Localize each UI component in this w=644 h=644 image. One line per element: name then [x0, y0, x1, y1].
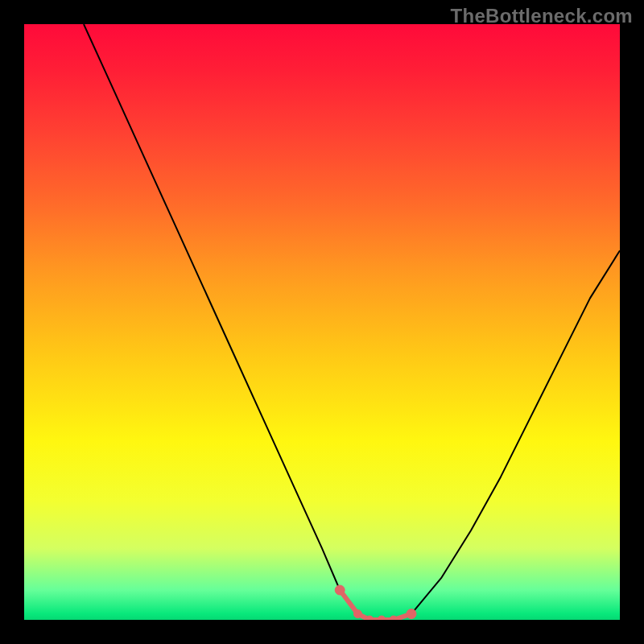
marker-dot	[335, 585, 345, 595]
bottleneck-curve-svg	[24, 24, 620, 620]
optimal-range-line	[340, 590, 411, 620]
marker-dot	[353, 610, 361, 618]
bottleneck-curve-path	[84, 24, 620, 620]
marker-dot	[378, 616, 386, 620]
chart-frame: TheBottleneck.com	[0, 0, 644, 644]
plot-area	[24, 24, 620, 620]
marker-dot	[407, 609, 416, 619]
